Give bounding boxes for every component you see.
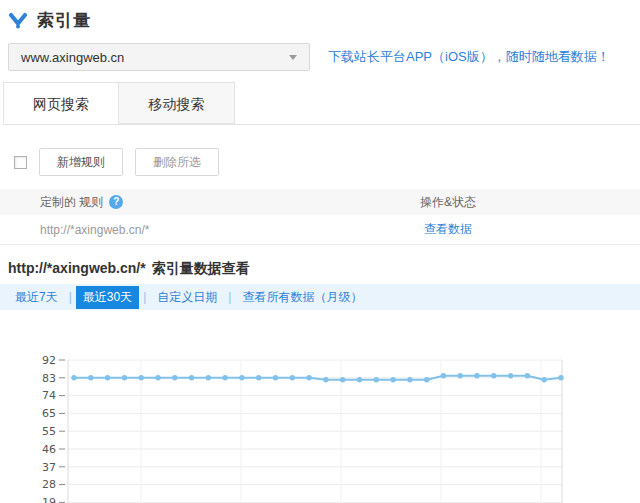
- search-type-tabs: 网页搜索移动搜索: [3, 82, 640, 125]
- data-point: [122, 375, 127, 380]
- site-row: www.axingweb.cn 下载站长平台APP（iOS版），随时随地看数据！: [0, 43, 640, 71]
- data-point: [172, 375, 177, 380]
- filter-option-0[interactable]: 最近7天: [8, 286, 65, 309]
- data-point: [222, 375, 227, 380]
- page-header: 索引量: [0, 0, 640, 32]
- y-tick-label: 92: [42, 354, 56, 367]
- section-title-url: http://*axingweb.cn/*: [8, 260, 146, 276]
- date-range-filter-bar: 最近7天|最近30天|自定义日期|查看所有数据（月级）: [0, 284, 640, 310]
- y-tick-label: 28: [42, 478, 56, 491]
- filter-option-2[interactable]: 自定义日期: [150, 286, 224, 309]
- filter-separator: |: [69, 290, 72, 304]
- chart-svg: 928374655546372819: [0, 348, 640, 503]
- data-point: [239, 375, 244, 380]
- data-point: [139, 375, 144, 380]
- data-point: [424, 377, 429, 382]
- data-point: [390, 377, 395, 382]
- rules-toolbar: 新增规则 删除所选: [0, 148, 640, 176]
- rule-url: http://*axingweb.cn/*: [0, 223, 352, 237]
- y-tick-label: 55: [42, 425, 56, 438]
- app-download-link[interactable]: 下载站长平台APP（iOS版），随时随地看数据！: [328, 48, 610, 66]
- data-point: [458, 373, 463, 378]
- data-point: [189, 375, 194, 380]
- site-selector[interactable]: www.axingweb.cn: [8, 43, 310, 71]
- data-point: [357, 377, 362, 382]
- filter-separator: |: [228, 290, 231, 304]
- section-title-text: 索引量数据查看: [152, 260, 250, 276]
- y-tick-label: 46: [42, 443, 56, 456]
- filter-option-3[interactable]: 查看所有数据（月级）: [235, 286, 369, 309]
- data-point: [323, 377, 328, 382]
- data-point: [558, 375, 563, 380]
- rules-table-header: 定制的 规则 ? 操作&状态: [0, 189, 640, 215]
- table-row: http://*axingweb.cn/* 查看数据: [0, 215, 640, 245]
- index-volume-page: 索引量 www.axingweb.cn 下载站长平台APP（iOS版），随时随地…: [0, 0, 640, 503]
- y-tick-label: 19: [42, 496, 56, 503]
- data-point: [340, 377, 345, 382]
- filter-separator: |: [143, 290, 146, 304]
- y-tick-label: 37: [42, 461, 56, 474]
- index-volume-chart: 928374655546372819: [0, 348, 640, 503]
- tab-mobile-search[interactable]: 移动搜索: [119, 82, 235, 124]
- add-rule-button[interactable]: 新增规则: [39, 148, 123, 176]
- data-point: [374, 377, 379, 382]
- y-tick-label: 65: [42, 407, 56, 420]
- data-point: [525, 373, 530, 378]
- data-point: [105, 375, 110, 380]
- data-point: [441, 373, 446, 378]
- rules-table: 定制的 规则 ? 操作&状态 http://*axingweb.cn/* 查看数…: [0, 189, 640, 245]
- view-data-link[interactable]: 查看数据: [424, 222, 472, 236]
- data-point: [206, 375, 211, 380]
- page-title: 索引量: [37, 9, 91, 32]
- site-selector-value: www.axingweb.cn: [21, 50, 124, 65]
- data-point: [542, 377, 547, 382]
- data-point: [508, 373, 513, 378]
- data-point: [474, 373, 479, 378]
- data-point: [88, 375, 93, 380]
- data-point: [306, 375, 311, 380]
- data-point: [407, 377, 412, 382]
- chevron-down-icon: [289, 55, 297, 60]
- y-tick-label: 74: [42, 389, 56, 402]
- rule-column-header: 定制的 规则: [40, 194, 103, 211]
- data-point: [155, 375, 160, 380]
- filter-option-1[interactable]: 最近30天: [76, 286, 139, 309]
- help-icon[interactable]: ?: [109, 195, 123, 209]
- delete-selected-button[interactable]: 删除所选: [135, 148, 219, 176]
- y-tick-label: 83: [42, 372, 56, 385]
- section-title: http://*axingweb.cn/*索引量数据查看: [8, 260, 640, 278]
- index-volume-icon: [8, 12, 28, 30]
- tab-web-search[interactable]: 网页搜索: [3, 82, 119, 124]
- data-point: [273, 375, 278, 380]
- data-point: [71, 375, 76, 380]
- actions-column-header: 操作&状态: [352, 194, 544, 211]
- select-all-checkbox[interactable]: [14, 156, 27, 169]
- data-point: [491, 373, 496, 378]
- data-point: [290, 375, 295, 380]
- data-point: [256, 375, 261, 380]
